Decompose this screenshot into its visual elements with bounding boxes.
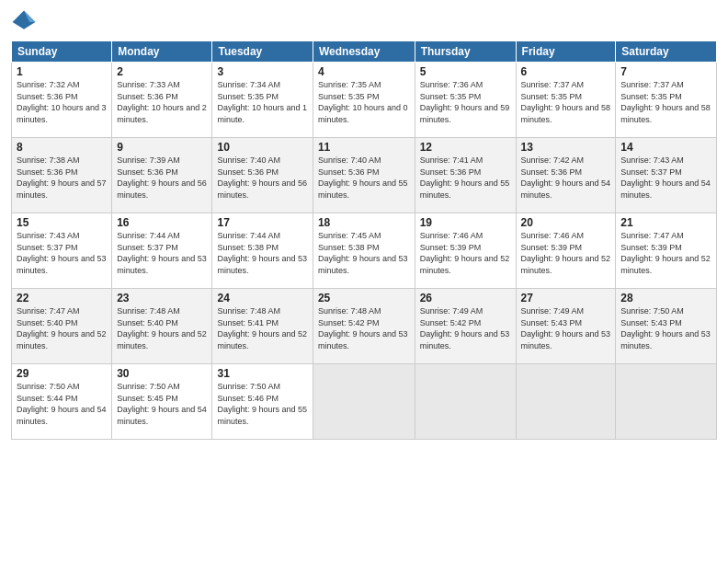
table-row: 6 Sunrise: 7:37 AM Sunset: 5:35 PM Dayli… xyxy=(516,63,616,138)
day-info: Sunrise: 7:50 AM Sunset: 5:45 PM Dayligh… xyxy=(117,381,207,427)
day-number: 6 xyxy=(521,65,611,78)
day-info: Sunrise: 7:50 AM Sunset: 5:46 PM Dayligh… xyxy=(217,381,307,427)
daylight: Daylight: 9 hours and 52 minutes. xyxy=(521,254,611,275)
sunset: Sunset: 5:37 PM xyxy=(620,167,682,177)
day-info: Sunrise: 7:47 AM Sunset: 5:40 PM Dayligh… xyxy=(17,305,107,351)
sunrise: Sunrise: 7:40 AM xyxy=(318,155,381,165)
day-info: Sunrise: 7:32 AM Sunset: 5:36 PM Dayligh… xyxy=(17,79,107,125)
day-info: Sunrise: 7:46 AM Sunset: 5:39 PM Dayligh… xyxy=(420,230,511,276)
daylight: Daylight: 9 hours and 53 minutes. xyxy=(420,329,510,350)
table-row xyxy=(516,364,616,440)
table-row: 25 Sunrise: 7:48 AM Sunset: 5:42 PM Dayl… xyxy=(313,289,415,364)
table-row: 1 Sunrise: 7:32 AM Sunset: 5:36 PM Dayli… xyxy=(12,63,112,138)
day-info: Sunrise: 7:38 AM Sunset: 5:36 PM Dayligh… xyxy=(17,155,107,201)
daylight: Daylight: 9 hours and 55 minutes. xyxy=(318,178,408,200)
sunrise: Sunrise: 7:50 AM xyxy=(217,382,280,391)
sunrise: Sunrise: 7:42 AM xyxy=(521,155,585,165)
day-info: Sunrise: 7:50 AM Sunset: 5:43 PM Dayligh… xyxy=(620,305,711,351)
table-row: 4 Sunrise: 7:35 AM Sunset: 5:35 PM Dayli… xyxy=(313,63,415,138)
day-number: 11 xyxy=(318,141,410,154)
sunset: Sunset: 5:45 PM xyxy=(117,394,178,403)
day-number: 3 xyxy=(217,65,307,78)
day-info: Sunrise: 7:49 AM Sunset: 5:43 PM Dayligh… xyxy=(521,305,611,351)
day-info: Sunrise: 7:43 AM Sunset: 5:37 PM Dayligh… xyxy=(620,155,711,201)
sunrise: Sunrise: 7:40 AM xyxy=(217,155,280,165)
sunrise: Sunrise: 7:45 AM xyxy=(318,231,381,240)
day-number: 16 xyxy=(117,216,207,229)
day-info: Sunrise: 7:45 AM Sunset: 5:38 PM Dayligh… xyxy=(318,230,410,276)
calendar-header-row: Sunday Monday Tuesday Wednesday Thursday… xyxy=(12,41,717,63)
daylight: Daylight: 9 hours and 54 minutes. xyxy=(521,178,611,200)
sunset: Sunset: 5:42 PM xyxy=(420,318,482,327)
sunrise: Sunrise: 7:33 AM xyxy=(117,80,180,89)
day-number: 12 xyxy=(420,141,511,154)
day-number: 30 xyxy=(117,367,207,380)
day-number: 8 xyxy=(17,141,107,154)
sunset: Sunset: 5:36 PM xyxy=(420,167,482,177)
day-number: 14 xyxy=(620,141,711,154)
day-number: 29 xyxy=(17,367,107,380)
table-row: 17 Sunrise: 7:44 AM Sunset: 5:38 PM Dayl… xyxy=(212,213,313,289)
day-number: 13 xyxy=(521,141,611,154)
day-info: Sunrise: 7:49 AM Sunset: 5:42 PM Dayligh… xyxy=(420,305,511,351)
day-number: 27 xyxy=(521,292,611,304)
daylight: Daylight: 9 hours and 53 minutes. xyxy=(521,329,611,350)
table-row: 9 Sunrise: 7:39 AM Sunset: 5:36 PM Dayli… xyxy=(112,138,212,213)
day-number: 2 xyxy=(117,65,207,78)
sunset: Sunset: 5:36 PM xyxy=(217,167,279,177)
day-number: 24 xyxy=(217,292,307,304)
table-row: 8 Sunrise: 7:38 AM Sunset: 5:36 PM Dayli… xyxy=(12,138,112,213)
daylight: Daylight: 10 hours and 3 minutes. xyxy=(17,103,107,124)
table-row xyxy=(313,364,415,440)
sunrise: Sunrise: 7:47 AM xyxy=(17,306,80,316)
day-number: 17 xyxy=(217,216,307,229)
table-row: 29 Sunrise: 7:50 AM Sunset: 5:44 PM Dayl… xyxy=(12,364,112,440)
sunrise: Sunrise: 7:50 AM xyxy=(117,382,180,391)
day-info: Sunrise: 7:37 AM Sunset: 5:35 PM Dayligh… xyxy=(521,79,611,125)
sunset: Sunset: 5:36 PM xyxy=(117,167,178,177)
daylight: Daylight: 9 hours and 52 minutes. xyxy=(117,329,207,350)
sunrise: Sunrise: 7:38 AM xyxy=(17,155,80,165)
day-info: Sunrise: 7:33 AM Sunset: 5:36 PM Dayligh… xyxy=(117,79,207,125)
col-sunday: Sunday xyxy=(12,41,112,63)
daylight: Daylight: 9 hours and 58 minutes. xyxy=(620,103,711,124)
day-info: Sunrise: 7:40 AM Sunset: 5:36 PM Dayligh… xyxy=(217,155,307,201)
daylight: Daylight: 9 hours and 58 minutes. xyxy=(521,103,611,124)
table-row: 31 Sunrise: 7:50 AM Sunset: 5:46 PM Dayl… xyxy=(212,364,313,440)
sunset: Sunset: 5:35 PM xyxy=(620,92,682,101)
sunset: Sunset: 5:39 PM xyxy=(620,243,682,252)
header xyxy=(11,9,717,35)
sunset: Sunset: 5:42 PM xyxy=(318,318,380,327)
daylight: Daylight: 10 hours and 1 minute. xyxy=(217,103,307,124)
sunset: Sunset: 5:36 PM xyxy=(117,92,178,101)
daylight: Daylight: 10 hours and 0 minutes. xyxy=(318,103,408,124)
table-row: 21 Sunrise: 7:47 AM Sunset: 5:39 PM Dayl… xyxy=(616,213,717,289)
sunset: Sunset: 5:43 PM xyxy=(521,318,583,327)
table-row: 7 Sunrise: 7:37 AM Sunset: 5:35 PM Dayli… xyxy=(616,63,717,138)
day-info: Sunrise: 7:41 AM Sunset: 5:36 PM Dayligh… xyxy=(420,155,511,201)
daylight: Daylight: 9 hours and 54 minutes. xyxy=(117,405,207,426)
daylight: Daylight: 9 hours and 53 minutes. xyxy=(620,329,711,350)
day-number: 4 xyxy=(318,65,410,78)
day-number: 31 xyxy=(217,367,307,380)
day-number: 19 xyxy=(420,216,511,229)
sunrise: Sunrise: 7:48 AM xyxy=(318,306,381,316)
col-monday: Monday xyxy=(112,41,212,63)
daylight: Daylight: 9 hours and 52 minutes. xyxy=(620,254,711,275)
table-row: 26 Sunrise: 7:49 AM Sunset: 5:42 PM Dayl… xyxy=(415,289,516,364)
day-number: 1 xyxy=(17,65,107,78)
table-row: 2 Sunrise: 7:33 AM Sunset: 5:36 PM Dayli… xyxy=(112,63,212,138)
sunrise: Sunrise: 7:48 AM xyxy=(117,306,180,316)
daylight: Daylight: 9 hours and 52 minutes. xyxy=(420,254,510,275)
day-info: Sunrise: 7:40 AM Sunset: 5:36 PM Dayligh… xyxy=(318,155,410,201)
sunrise: Sunrise: 7:46 AM xyxy=(521,231,585,240)
logo-icon xyxy=(11,9,37,35)
day-number: 18 xyxy=(318,216,410,229)
calendar-week-row: 15 Sunrise: 7:43 AM Sunset: 5:37 PM Dayl… xyxy=(12,213,717,289)
day-number: 7 xyxy=(620,65,711,78)
table-row: 24 Sunrise: 7:48 AM Sunset: 5:41 PM Dayl… xyxy=(212,289,313,364)
sunset: Sunset: 5:36 PM xyxy=(17,167,78,177)
sunset: Sunset: 5:37 PM xyxy=(117,243,178,252)
daylight: Daylight: 9 hours and 56 minutes. xyxy=(117,178,207,200)
calendar: Sunday Monday Tuesday Wednesday Thursday… xyxy=(11,40,717,440)
